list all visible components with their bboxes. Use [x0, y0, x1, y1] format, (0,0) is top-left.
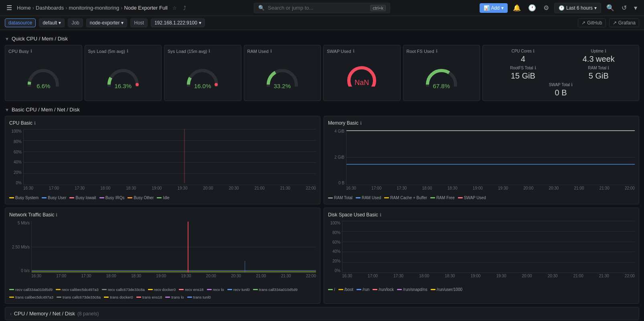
legend-dot-recv-cali — [56, 289, 61, 290]
stats-row: CPU Busy ℹ 6.6% Sys Load (5m avg) ℹ — [5, 45, 639, 101]
legend-ram-used: RAM Used — [356, 196, 381, 200]
host-tag: Host — [130, 18, 148, 27]
text-stats-grid: CPU Cores ℹ 4 Uptime ℹ 4.3 week RootFS T… — [486, 48, 636, 97]
info-icon-cpu-chart[interactable]: ℹ — [34, 121, 36, 126]
chevron-down-icon-ds: ▾ — [59, 20, 61, 26]
alert-icon[interactable]: 🔔 — [511, 2, 523, 14]
legend-idle: Idle — [157, 196, 169, 200]
collapse-icon-cpu-mem: › — [10, 311, 12, 316]
cpu-chart-area: 100%80%60%40%20%0% — [9, 129, 316, 193]
legend-dot-trans-call334 — [253, 289, 258, 290]
cpu-busy-title: CPU Busy ℹ — [8, 48, 79, 54]
swap-total-label: SWAP Total ℹ — [486, 82, 636, 87]
info-icon-rootfs[interactable]: ℹ — [436, 48, 437, 54]
external-link-icon-g: ↗ — [613, 20, 617, 26]
memory-chart-plot — [346, 129, 635, 185]
legend-recv-tunl0: recv tunl0 — [227, 287, 250, 292]
settings-icon[interactable]: ⚙ — [541, 2, 551, 14]
chart-icon: 📊 — [484, 5, 490, 11]
refresh-icon[interactable]: ↺ — [620, 2, 629, 14]
search-bar[interactable]: 🔍 Search or jump to... ctrl+k — [254, 3, 390, 13]
zoom-out-icon[interactable]: 🔍 — [604, 2, 616, 14]
info-icon-net-chart[interactable]: ℹ — [56, 212, 57, 218]
github-button[interactable]: ↗ GitHub — [578, 18, 606, 27]
legend-dot-recv-tunl0 — [227, 289, 232, 290]
host-dropdown[interactable]: 192.168.1.222:9100 ▾ — [151, 18, 205, 27]
legend-recv-call334: recv call334a010d5d9 — [9, 287, 53, 292]
legend-dot-busy-iowait — [69, 197, 74, 198]
breadcrumb-monitoring[interactable]: monitoring-monitoring — [69, 5, 119, 11]
legend-run-lock: /run/lock — [373, 287, 394, 292]
swap-used-card: SWAP Used ℹ NaN — [323, 45, 401, 101]
star-icon[interactable]: ☆ — [171, 4, 178, 12]
info-icon-cores[interactable]: ℹ — [533, 48, 535, 54]
breadcrumb-home[interactable]: Home — [17, 5, 31, 11]
uptime-label: Uptime ℹ — [562, 48, 636, 54]
legend-run: /run — [356, 287, 369, 292]
clock-icon-small: 🕐 — [559, 5, 565, 11]
legend-ram-total: RAM Total — [328, 196, 352, 200]
info-icon-swap-total[interactable]: ℹ — [571, 82, 573, 87]
time-range-label: Last 6 hours — [566, 5, 593, 11]
info-icon-uptime[interactable]: ℹ — [605, 48, 606, 54]
legend-busy-irqs: Busy IRQs — [99, 196, 125, 200]
info-icon-ram-total[interactable]: ℹ — [608, 65, 609, 71]
add-button[interactable]: 📊 Add ▾ — [480, 3, 508, 13]
legend-busy-user: Busy User — [42, 196, 66, 200]
refresh-dropdown-icon[interactable]: ▾ — [632, 2, 639, 14]
breadcrumb-dashboards[interactable]: Dashboards — [36, 5, 64, 11]
job-dropdown[interactable]: node-exporter ▾ — [86, 18, 128, 27]
ram-used-gauge: 33.2% — [247, 55, 318, 97]
clock-icon[interactable]: 🕐 — [526, 2, 538, 14]
datasource-tag[interactable]: datasource — [5, 18, 36, 27]
info-icon-swap[interactable]: ℹ — [353, 48, 354, 54]
cpu-memory-net-label: CPU / Memory / Net / Disk — [14, 311, 75, 317]
breadcrumb-sep-2: › — [65, 5, 67, 11]
menu-icon[interactable]: ☰ — [5, 2, 14, 13]
legend-recv-lo: recv lo — [207, 287, 224, 292]
memory-chart-svg — [346, 129, 635, 185]
legend-dot-busy-irqs — [99, 197, 104, 198]
legend-dot-recv-callc — [102, 289, 107, 290]
ram-used-card: RAM Used ℹ 33.2% — [244, 45, 321, 101]
mem-y-axis: 4 GiB2 GiB0 B — [328, 129, 346, 185]
collapse-icon-basic: ▼ — [5, 107, 9, 112]
github-label: GitHub — [587, 20, 602, 26]
sys-load-5-value: 16.3% — [114, 83, 132, 89]
quick-cpu-section-header[interactable]: ▼ Quick CPU / Mem / Disk — [5, 33, 639, 45]
info-icon-sys5[interactable]: ℹ — [127, 48, 128, 54]
network-chart-plot — [31, 221, 316, 273]
network-chart-svg — [32, 221, 316, 273]
grafana-button[interactable]: ↗ Grafana — [609, 18, 639, 27]
time-range-button[interactable]: 🕐 Last 6 hours ▾ — [554, 3, 601, 13]
legend-busy-iowait: Busy Iowait — [69, 196, 96, 200]
datasource-dropdown[interactable]: default ▾ — [39, 18, 65, 27]
network-basic-title: Network Traffic Basic ℹ — [9, 212, 316, 218]
info-icon-mem-chart[interactable]: ℹ — [360, 121, 362, 126]
memory-basic-title: Memory Basic ℹ — [328, 120, 635, 126]
disk-basic-title: Disk Space Used Basic ℹ — [328, 212, 635, 218]
basic-cpu-section-header[interactable]: ▼ Basic CPU / Mem / Net / Disk — [5, 104, 639, 116]
info-icon-sys15[interactable]: ℹ — [209, 48, 210, 54]
info-icon-cpu[interactable]: ℹ — [30, 48, 32, 54]
uptime-value: 4.3 week — [562, 55, 636, 64]
mem-x-labels: 16:3017:0017:3018:0018:3019:0019:3020:00… — [346, 186, 635, 190]
info-icon-ram[interactable]: ℹ — [270, 48, 272, 54]
uptime-item: Uptime ℹ 4.3 week — [562, 48, 636, 64]
datasource-value: default — [43, 20, 57, 26]
root-fs-value: 67.8% — [433, 83, 450, 89]
legend-dot-trans-cali — [9, 297, 14, 298]
share-icon[interactable]: ⤴ — [182, 3, 188, 13]
chevron-down-icon-time: ▾ — [594, 5, 597, 11]
legend-dot-trans-callc — [57, 297, 61, 298]
disk-y-axis: 100%80%60%40%20%0% — [328, 221, 342, 273]
cpu-memory-net-section[interactable]: › CPU / Memory / Net / Disk (8 panels) — [5, 307, 639, 320]
chevron-down-icon-job: ▾ — [121, 20, 124, 26]
info-icon-rootfs-total[interactable]: ℹ — [535, 65, 536, 71]
info-icon-disk-chart[interactable]: ℹ — [380, 212, 381, 218]
legend-ram-free: RAM Free — [430, 196, 455, 200]
network-chart-area: 5 Mb/s2.50 Mb/s0 b/s — [9, 221, 316, 285]
legend-recv-cali: recv calibec5dc497a3 — [56, 287, 99, 292]
breadcrumb-sep-3: › — [121, 5, 122, 11]
basic-cpu-title: Basic CPU / Mem / Net / Disk — [12, 107, 80, 113]
